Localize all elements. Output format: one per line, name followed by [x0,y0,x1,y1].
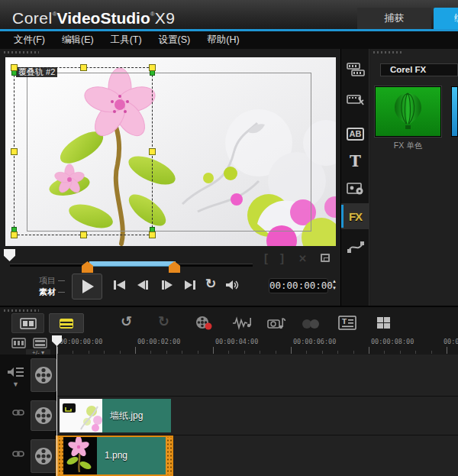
resize-handle-s[interactable] [80,232,87,238]
overlay-track-1-button[interactable] [31,400,56,431]
overlay-selection-marquee[interactable]: 覆叠轨 #2 [14,67,153,235]
menu-help[interactable]: 帮助(H) [207,34,239,47]
fx-icon: FX [349,210,362,223]
panel-grip[interactable] [373,51,404,53]
resize-handle-se[interactable] [149,232,156,238]
menu-tools[interactable]: 工具(T) [111,34,142,47]
resize-handle-n[interactable] [80,64,87,71]
track-height-icon[interactable] [33,338,47,348]
all-tracks-view-icon[interactable] [11,338,26,348]
clip-wallpaper[interactable]: 墙纸.jpg [60,399,171,432]
gallery-category-dropdown[interactable]: Corel FX [380,63,458,76]
logo-product: VideoStudio [57,9,150,27]
title-t-icon: T [350,152,361,170]
sound-mixer-icon[interactable] [231,316,253,331]
indicator-line [58,280,65,281]
split-clip-icon[interactable]: ✕ [298,253,307,264]
videostudio-window: Corel®VideoStudio®X9 捕获 编辑 文件(F) 编辑(E) 工… [0,0,458,476]
rotate-handle[interactable] [150,70,155,76]
tab-capture[interactable]: 捕获 [357,8,431,29]
mark-in-icon[interactable]: [ [264,251,268,264]
fx-thumbnail-mono[interactable] [375,86,441,137]
go-to-start-icon[interactable] [111,279,128,291]
subtitle-editor-icon[interactable]: T [338,316,356,330]
ruler-label: 00:00:08:00 [371,338,414,345]
motion-path-button[interactable] [341,234,369,260]
graphic-icon [346,181,366,196]
video-track[interactable] [57,355,458,396]
track-area: ▼ [0,355,458,476]
multi-view-grid-icon[interactable] [377,317,390,329]
clip-1png-selected[interactable]: 1.png [56,436,173,476]
resize-handle-ne[interactable] [149,64,156,71]
menu-settings[interactable]: 设置(S) [159,34,191,47]
overlay-track-label: 覆叠轨 #2 [16,67,57,77]
go-to-end-icon[interactable] [182,279,198,291]
preview-panel: 覆叠轨 #2 [0,49,341,306]
resize-handle-nw[interactable] [11,64,18,71]
panel-grip[interactable] [4,309,39,312]
timeline-view-button[interactable] [49,313,84,333]
menu-edit[interactable]: 编辑(E) [62,34,94,47]
pan-zoom-badge [63,403,76,413]
next-frame-icon[interactable] [159,279,176,291]
spin-down-icon[interactable]: ▼ [332,286,337,290]
media-library-button[interactable] [341,57,369,83]
rotate-handle[interactable] [11,70,17,76]
storyboard-view-button[interactable] [11,313,44,333]
mode-project-button[interactable]: 项目 [39,275,65,287]
clip-trim-handle-right[interactable] [166,437,172,474]
record-capture-icon[interactable] [194,316,214,331]
resize-handle-sw[interactable] [11,232,18,238]
trim-bar[interactable] [89,261,176,267]
mode-clip-button[interactable]: 素材 [39,287,65,298]
volume-icon[interactable] [225,279,240,291]
previous-frame-icon[interactable] [135,279,152,291]
gallery-panel: Corel FX FX 单色 [370,49,458,306]
main-area: 覆叠轨 #2 [0,49,458,306]
motion-path-icon [347,239,365,254]
undo-button[interactable]: ↺ [121,313,132,329]
transition-button[interactable]: AB [341,121,369,147]
link-track-icon[interactable] [12,408,24,417]
resize-handle-w[interactable] [11,148,18,155]
collapse-tracks-icon[interactable]: ▼ [12,380,19,388]
track-manager-icon[interactable] [5,365,25,379]
track-transparency-icon[interactable] [302,319,322,329]
timeline-view-icon [60,319,73,329]
auto-music-icon[interactable] [266,316,286,331]
menu-file[interactable]: 文件(F) [14,34,45,47]
mode-project-label: 项目 [39,276,56,285]
filter-fx-button[interactable]: FX [341,203,369,229]
timecode-display[interactable]: 00:00:00:00 [269,278,328,293]
play-icon [82,280,94,293]
instant-project-button[interactable] [341,87,369,113]
overlay-track-2-button[interactable] [31,439,56,473]
video-track-button[interactable] [31,358,56,392]
timeline-ruler[interactable] [53,347,458,354]
playhead-line[interactable] [56,345,57,476]
link-track-icon[interactable] [12,449,24,458]
clip-trim-handle-left[interactable] [57,437,63,474]
tab-edit[interactable]: 编辑 [434,8,458,29]
title-button[interactable]: T [341,148,369,174]
spin-up-icon[interactable]: ▲ [332,279,337,283]
play-button[interactable] [72,274,102,300]
timecode-spinner[interactable]: ▲▼ [331,278,338,293]
repeat-icon[interactable]: ↻ [205,276,216,292]
active-indicator [341,205,344,228]
graphic-button[interactable] [341,176,369,202]
mark-out-icon[interactable]: ] [280,251,284,264]
scrubber-playhead[interactable] [4,249,15,261]
panel-grip[interactable] [4,51,39,53]
clip-thumbnail [60,399,102,432]
ruler-label: 00:00 [443,338,458,345]
enlarge-preview-icon[interactable] [321,254,330,262]
storyboard-icon [20,318,37,329]
fx-thumbnail-next[interactable] [451,86,458,137]
instant-project-icon [346,92,366,108]
resize-handle-e[interactable] [149,148,156,155]
fx-thumbnail-label: FX 单色 [370,141,446,151]
redo-button[interactable]: ↻ [158,313,169,329]
preview-viewport[interactable]: 覆叠轨 #2 [5,57,336,246]
